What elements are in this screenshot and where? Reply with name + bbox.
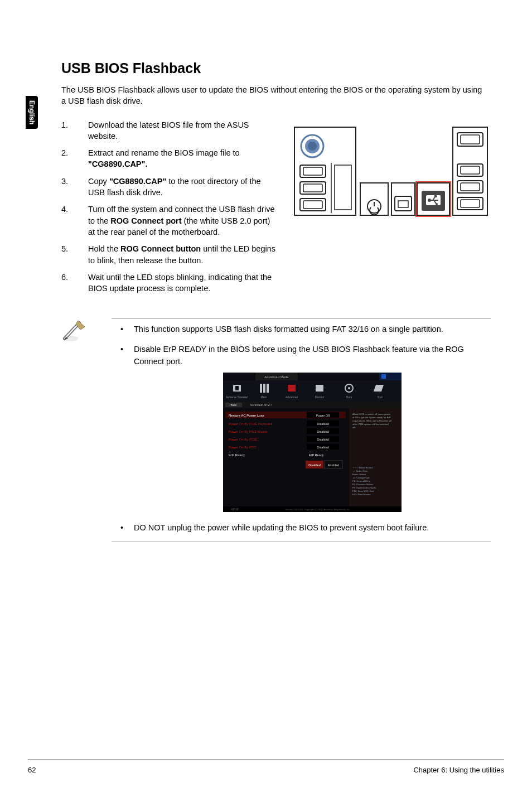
svg-text:other PME options will be swit: other PME options will be switched xyxy=(352,423,389,426)
step-item: 4. Turn off the system and connect the U… xyxy=(61,204,279,238)
step-item: 2. Extract and rename the BIOS image fil… xyxy=(61,147,279,170)
svg-rect-46 xyxy=(260,384,262,393)
svg-text:Power On By RTC: Power On By RTC xyxy=(229,446,257,449)
svg-text:Enabled: Enabled xyxy=(328,463,339,467)
note-item: •This function supports USB flash disks … xyxy=(112,323,491,336)
rear-panel-svg xyxy=(290,124,491,219)
page-content: USB BIOS Flashback The USB BIOS Flashbac… xyxy=(61,60,491,542)
svg-rect-50 xyxy=(316,385,323,392)
bios-screenshot: Advanced Mode xyxy=(223,373,402,512)
rog-connect-port xyxy=(416,182,451,216)
svg-text:Boot: Boot xyxy=(346,395,352,399)
svg-text:Advanced\ APM >: Advanced\ APM > xyxy=(250,403,272,407)
step-text: Hold the ROG Connect button until the LE… xyxy=(88,243,279,266)
svg-text:↑↓: Select Item: ↑↓: Select Item xyxy=(352,470,368,472)
step-text: Copy "CG8890.CAP" to the root directory … xyxy=(88,176,279,199)
svg-text:Main: Main xyxy=(261,395,267,399)
svg-rect-36 xyxy=(461,200,480,207)
svg-point-52 xyxy=(348,387,350,389)
svg-rect-25 xyxy=(434,195,437,197)
svg-text:ErP Ready: ErP Ready xyxy=(229,453,245,457)
svg-text:at S5 to get the system ready : at S5 to get the system ready for ErP xyxy=(352,416,391,419)
chapter-label: Chapter 6: Using the utilities xyxy=(413,766,504,774)
step-item: 3. Copy "CG8890.CAP" to the root directo… xyxy=(61,176,279,199)
step-text: Wait until the LED stops blinking, indic… xyxy=(88,272,279,294)
svg-text:Disabled: Disabled xyxy=(308,463,320,467)
svg-text:Restore AC Power Loss: Restore AC Power Loss xyxy=(229,414,264,417)
svg-text:Monitor: Monitor xyxy=(315,395,325,399)
note-item: •Disable ErP READY in the BIOS before us… xyxy=(112,344,491,512)
svg-text:Allow BIOS to switch off some : Allow BIOS to switch off some power xyxy=(352,413,391,416)
svg-text:+/-: Change Opt.: +/-: Change Opt. xyxy=(352,476,370,479)
svg-rect-48 xyxy=(267,384,269,393)
svg-text:Extreme Tweaker: Extreme Tweaker xyxy=(226,395,248,399)
note-text: This function supports USB flash disks f… xyxy=(134,325,443,334)
svg-text:Advanced: Advanced xyxy=(286,395,298,399)
svg-text:off.: off. xyxy=(352,426,356,429)
steps-list: 1. Download the latest BIOS file from th… xyxy=(61,119,279,300)
svg-text:ErP Ready: ErP Ready xyxy=(309,453,324,457)
bullet-icon: • xyxy=(120,522,123,534)
note-item: •DO NOT unplug the power while updating … xyxy=(112,522,491,534)
step-number: 5. xyxy=(61,243,88,266)
step-item: 5. Hold the ROG Connect button until the… xyxy=(61,243,279,266)
svg-text:Power On By PCIE Keyboard: Power On By PCIE Keyboard xyxy=(229,422,272,426)
svg-text:Disabled: Disabled xyxy=(317,430,328,433)
rog-connect-button-icon xyxy=(360,183,388,215)
svg-rect-43 xyxy=(381,374,386,379)
svg-point-4 xyxy=(308,142,317,151)
svg-text:F12: Print Screen: F12: Print Screen xyxy=(352,493,371,496)
step-item: 1. Download the latest BIOS file from th… xyxy=(61,119,279,142)
step-number: 2. xyxy=(61,147,88,170)
step-number: 4. xyxy=(61,204,88,238)
step-text: Turn off the system and connect the USB … xyxy=(88,204,279,238)
step-text: Download the latest BIOS file from the A… xyxy=(88,119,279,142)
svg-text:Advanced Mode: Advanced Mode xyxy=(264,375,289,379)
svg-text:F5: Optimized Defaults: F5: Optimized Defaults xyxy=(352,486,376,489)
svg-rect-32 xyxy=(461,166,480,174)
note-block: •This function supports USB flash disks … xyxy=(61,318,491,542)
note-body: •This function supports USB flash disks … xyxy=(112,318,491,542)
step-number: 6. xyxy=(61,272,88,294)
step-text: Extract and rename the BIOS image file t… xyxy=(88,147,279,170)
note-text: Disable ErP READY in the BIOS before usi… xyxy=(134,345,464,366)
svg-rect-12 xyxy=(335,165,351,210)
svg-text:→←: Select Screen: →←: Select Screen xyxy=(352,466,373,469)
svg-text:Disabled: Disabled xyxy=(317,446,328,449)
svg-text:requirement.  When set to Enab: requirement. When set to Enabled, all xyxy=(352,419,391,422)
svg-rect-47 xyxy=(263,384,265,393)
bullet-icon: • xyxy=(120,323,123,336)
svg-text:Enter: Select: Enter: Select xyxy=(352,473,366,476)
step-number: 3. xyxy=(61,176,88,199)
svg-text:Back: Back xyxy=(230,403,237,407)
svg-rect-49 xyxy=(288,385,296,392)
svg-text:F2: Previous Values: F2: Previous Values xyxy=(352,483,373,486)
svg-rect-8 xyxy=(303,184,322,192)
svg-rect-45 xyxy=(235,386,239,390)
svg-text:ASUS: ASUS xyxy=(230,508,239,511)
svg-rect-30 xyxy=(461,135,480,144)
svg-text:Power On By PS/2 Mouse: Power On By PS/2 Mouse xyxy=(229,430,268,433)
bullet-icon: • xyxy=(120,344,123,356)
svg-point-27 xyxy=(436,203,438,205)
note-text: DO NOT unplug the power while updating t… xyxy=(134,523,429,532)
page-number: 62 xyxy=(28,766,36,774)
page-footer: 62 Chapter 6: Using the utilities xyxy=(28,760,504,774)
svg-rect-17 xyxy=(398,201,408,207)
svg-rect-10 xyxy=(303,201,322,209)
io-panel-illustration xyxy=(290,119,491,221)
svg-text:F1: General Help: F1: General Help xyxy=(352,480,371,482)
intro-paragraph: The USB BIOS Flashback allows user to up… xyxy=(61,84,485,107)
svg-text:Version 2.00.1201. Copyright (: Version 2.00.1201. Copyright (C) 2012 Am… xyxy=(286,508,351,511)
svg-text:F10: Save ESC: Exit: F10: Save ESC: Exit xyxy=(352,490,374,492)
svg-text:Tool: Tool xyxy=(377,395,382,399)
language-tab: English xyxy=(26,96,38,129)
svg-text:Power On By PCIE: Power On By PCIE xyxy=(229,438,257,441)
svg-rect-6 xyxy=(303,167,322,175)
svg-text:Disabled: Disabled xyxy=(317,422,328,426)
step-item: 6. Wait until the LED stops blinking, in… xyxy=(61,272,279,294)
svg-text:Power Off: Power Off xyxy=(316,414,330,417)
rule xyxy=(112,542,491,542)
svg-rect-34 xyxy=(461,183,480,191)
page-heading: USB BIOS Flashback xyxy=(61,60,491,76)
